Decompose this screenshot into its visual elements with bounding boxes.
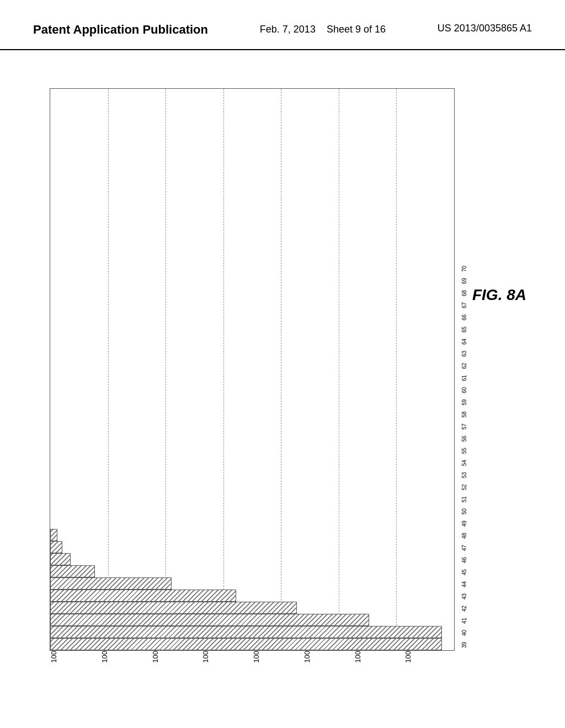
- right-axis: 39 40 41 42 43 44 45 46 47 48 49 50 51 5…: [455, 88, 532, 651]
- right-label-43: 43: [461, 590, 467, 602]
- x-axis-labels: 100 100 100 100 100 100 100 100: [50, 651, 455, 684]
- x-label-3: 100: [151, 651, 202, 666]
- right-label-48: 48: [461, 529, 467, 542]
- right-label-55: 55: [461, 445, 467, 457]
- right-label-57: 57: [461, 420, 467, 432]
- right-label-41: 41: [461, 614, 467, 627]
- bar-47: [50, 541, 62, 553]
- bar-41: [50, 614, 369, 626]
- x-label-7: 100: [354, 651, 404, 666]
- bar-43: [50, 590, 236, 602]
- bar-39: [50, 638, 442, 650]
- chart-area: [50, 88, 455, 651]
- right-label-54: 54: [461, 457, 467, 469]
- right-label-61: 61: [461, 372, 467, 384]
- figure-label: FIG. 8A: [472, 286, 526, 304]
- bar-46: [50, 553, 71, 565]
- right-label-50: 50: [461, 505, 467, 517]
- right-label-65: 65: [461, 323, 467, 335]
- right-label-69: 69: [461, 275, 467, 287]
- right-label-40: 40: [461, 627, 467, 639]
- publication-date-sheet: Feb. 7, 2013 Sheet 9 of 16: [260, 22, 386, 37]
- grid-line-1: [108, 89, 109, 650]
- fig-text: FIG. 8A: [472, 286, 526, 304]
- chart-figure: 100 100 100 100 100 100 100 100 39 40 41…: [33, 72, 532, 684]
- right-label-59: 59: [461, 396, 467, 408]
- x-label-8: 100: [404, 651, 455, 666]
- right-label-64: 64: [461, 335, 467, 347]
- right-label-51: 51: [461, 493, 467, 505]
- right-label-45: 45: [461, 566, 467, 578]
- sheet-info: Sheet 9 of 16: [327, 24, 386, 35]
- grid-line-5: [339, 89, 339, 650]
- bar-48: [50, 529, 57, 541]
- right-label-70: 70: [461, 263, 467, 275]
- right-label-63: 63: [461, 347, 467, 360]
- x-label-2: 100: [100, 651, 151, 666]
- grid-line-3: [223, 89, 224, 650]
- bar-45: [50, 565, 95, 577]
- publication-title: Patent Application Publication: [33, 22, 208, 38]
- right-label-44: 44: [461, 578, 467, 590]
- patent-number: US 2013/0035865 A1: [438, 22, 532, 35]
- x-label-6: 100: [303, 651, 354, 666]
- right-label-60: 60: [461, 384, 467, 396]
- right-label-39: 39: [461, 639, 467, 651]
- right-label-52: 52: [461, 481, 467, 493]
- right-label-42: 42: [461, 602, 467, 614]
- right-label-46: 46: [461, 554, 467, 566]
- right-label-67: 67: [461, 299, 467, 311]
- right-label-68: 68: [461, 287, 467, 299]
- bar-42: [50, 602, 297, 614]
- x-label-1: 100: [50, 651, 100, 666]
- x-label-5: 100: [252, 651, 303, 666]
- right-label-56: 56: [461, 432, 467, 445]
- right-label-66: 66: [461, 311, 467, 323]
- bar-40: [50, 626, 442, 638]
- bar-44: [50, 577, 172, 590]
- right-label-49: 49: [461, 517, 467, 529]
- publication-date: Feb. 7, 2013: [260, 24, 316, 35]
- right-label-62: 62: [461, 360, 467, 372]
- page-header: Patent Application Publication Feb. 7, 2…: [0, 0, 565, 50]
- grid-line-6: [396, 89, 397, 650]
- right-label-58: 58: [461, 408, 467, 420]
- right-label-47: 47: [461, 542, 467, 554]
- grid-line-2: [166, 89, 166, 650]
- right-label-53: 53: [461, 469, 467, 481]
- grid-line-4: [281, 89, 281, 650]
- x-label-4: 100: [201, 651, 252, 666]
